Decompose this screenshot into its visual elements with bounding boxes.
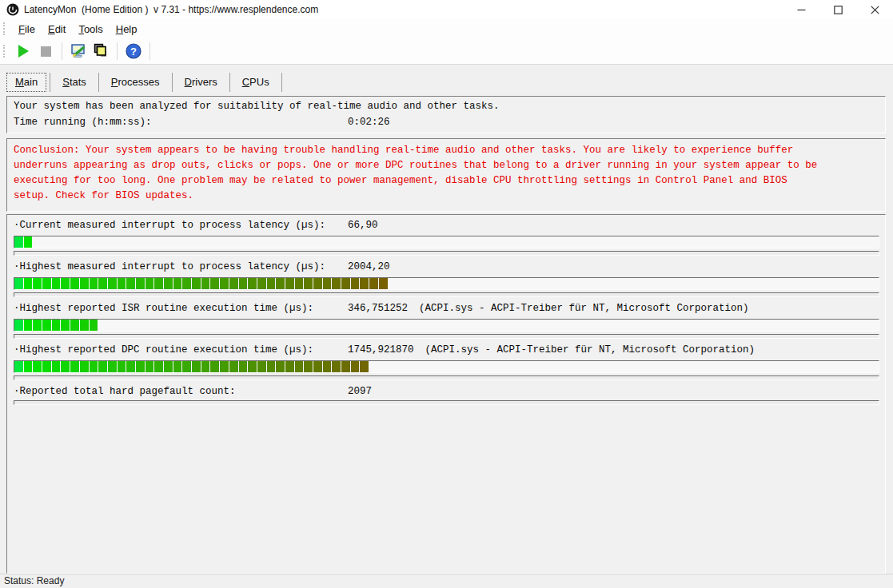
analysis-panel: Your system has been analyzed for suitab… bbox=[6, 96, 886, 133]
measurement-value: 66,90 bbox=[348, 220, 378, 231]
conclusion-line: Conclusion: Your system appears to be ha… bbox=[14, 143, 879, 158]
conclusion-line: setup. Check for BIOS updates. bbox=[14, 189, 879, 204]
main-content: Your system has been analyzed for suitab… bbox=[0, 95, 893, 574]
title-bar: LatencyMon (Home Edition ) v 7.31 - http… bbox=[0, 0, 893, 19]
start-monitor-button[interactable] bbox=[12, 41, 34, 62]
analysis-text: Your system has been analyzed for suitab… bbox=[14, 101, 879, 112]
scale-track bbox=[14, 334, 879, 339]
monitor-pen-icon bbox=[70, 42, 87, 60]
menu-item-edit[interactable]: Edit bbox=[42, 22, 72, 37]
help-button[interactable]: ? bbox=[122, 41, 145, 62]
scale-track bbox=[14, 375, 879, 380]
copy-icon bbox=[92, 42, 110, 60]
tab-separator bbox=[229, 73, 230, 92]
conclusion-line: executing for too long. One problem may … bbox=[14, 173, 879, 189]
tab-processes[interactable]: Processes bbox=[102, 73, 169, 92]
measurement-row: ·Highest reported DPC routine execution … bbox=[14, 344, 879, 380]
measurement-row: ·Highest reported ISR routine execution … bbox=[14, 302, 879, 339]
window-controls bbox=[783, 0, 893, 19]
window-title: LatencyMon (Home Edition ) v 7.31 - http… bbox=[24, 4, 318, 15]
toolbar-separator bbox=[149, 42, 150, 60]
measurement-label: ·Current measured interrupt to process l… bbox=[14, 220, 325, 231]
maximize-button[interactable] bbox=[819, 0, 856, 19]
measurement-label: ·Highest reported ISR routine execution … bbox=[14, 303, 313, 314]
maximize-icon bbox=[834, 6, 843, 14]
toolbar-gripper bbox=[3, 45, 6, 58]
driver-info: (ACPI.sys - ACPI-Treiber für NT, Microso… bbox=[419, 303, 749, 314]
measurement-row: ·Highest measured interrupt to process l… bbox=[14, 260, 879, 297]
measurement-label: ·Reported total hard pagefault count: bbox=[14, 386, 236, 397]
tab-separator bbox=[172, 73, 173, 92]
copy-report-button[interactable] bbox=[90, 41, 112, 62]
toolbar: ? bbox=[0, 38, 893, 65]
scale-track bbox=[14, 292, 879, 297]
measurement-value: 2097 bbox=[348, 386, 372, 397]
tab-cpus[interactable]: CPUs bbox=[233, 73, 278, 92]
minimize-icon bbox=[797, 6, 806, 14]
measurement-row: ·Reported total hard pagefault count:209… bbox=[14, 385, 879, 405]
conclusion-panel: Conclusion: Your system appears to be ha… bbox=[6, 138, 886, 212]
measurement-value: 346,751252 bbox=[348, 303, 408, 314]
status-bar: Status: Ready bbox=[0, 574, 893, 588]
menu-bar: FileEditToolsHelp bbox=[0, 19, 893, 38]
menu-item-help[interactable]: Help bbox=[110, 22, 144, 37]
tab-separator bbox=[50, 73, 50, 92]
measurement-label: ·Highest reported DPC routine execution … bbox=[14, 344, 313, 356]
scale-track bbox=[14, 400, 879, 405]
conclusion-line: underruns appearing as drop outs, clicks… bbox=[14, 158, 879, 173]
play-icon bbox=[18, 45, 29, 58]
toolbar-separator bbox=[62, 42, 62, 60]
close-icon bbox=[871, 6, 879, 14]
status-text: Status: Ready bbox=[4, 575, 64, 586]
time-running-value: 0:02:26 bbox=[348, 117, 390, 128]
measurement-label: ·Highest measured interrupt to process l… bbox=[14, 261, 325, 272]
app-icon bbox=[6, 3, 19, 16]
close-button[interactable] bbox=[856, 0, 893, 19]
measurements-panel: ·Current measured interrupt to process l… bbox=[6, 214, 886, 574]
measurement-value: 2004,20 bbox=[348, 261, 390, 272]
menu-item-tools[interactable]: Tools bbox=[72, 22, 109, 37]
measurement-row: ·Current measured interrupt to process l… bbox=[14, 219, 879, 256]
stop-monitor-button[interactable] bbox=[34, 41, 57, 62]
tab-drivers[interactable]: Drivers bbox=[176, 73, 226, 92]
latency-bar bbox=[14, 319, 879, 332]
latency-bar bbox=[14, 236, 879, 248]
toolbar-separator bbox=[117, 42, 118, 60]
tab-main[interactable]: Main bbox=[6, 73, 46, 92]
help-icon: ? bbox=[125, 42, 142, 60]
menu-item-file[interactable]: File bbox=[12, 22, 42, 37]
tab-separator bbox=[281, 73, 282, 92]
stop-icon bbox=[41, 46, 51, 57]
latency-bar bbox=[14, 277, 879, 290]
scale-track bbox=[14, 251, 879, 256]
menu-gripper bbox=[3, 22, 6, 35]
measurement-value: 1745,921870 bbox=[348, 344, 414, 356]
svg-text:?: ? bbox=[130, 46, 137, 58]
time-running-label: Time running (h:mm:ss): bbox=[14, 117, 152, 128]
edit-report-button[interactable] bbox=[67, 41, 90, 62]
latency-bar bbox=[14, 360, 879, 373]
minimize-button[interactable] bbox=[783, 0, 819, 19]
tab-separator bbox=[98, 73, 99, 92]
driver-info: (ACPI.sys - ACPI-Treiber für NT, Microso… bbox=[425, 344, 755, 356]
tab-bar: MainStatsProcessesDriversCPUs bbox=[0, 65, 893, 95]
tab-stats[interactable]: Stats bbox=[54, 73, 95, 92]
